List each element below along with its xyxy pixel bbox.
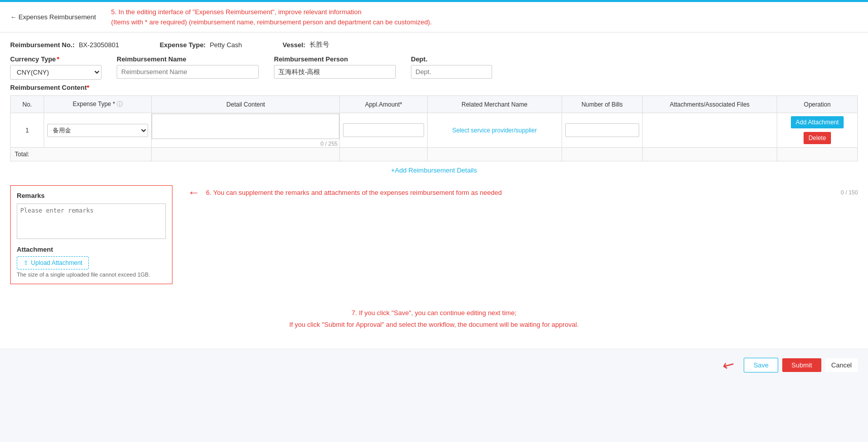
currency-type-group: Currency Type CNY(CNY) (10, 55, 101, 80)
reimbursement-person-input[interactable] (274, 65, 396, 79)
col-merchant-name: Related Merchant Name (427, 96, 562, 113)
detail-content-textarea[interactable] (152, 114, 339, 139)
annotation6-text: 6. You can supplement the remarks and at… (206, 189, 502, 196)
save-button[interactable]: Save (744, 358, 778, 372)
cell-appl-amount (340, 113, 427, 148)
total-empty-3 (562, 148, 642, 161)
arrow-down-right-icon: ↘ (720, 355, 738, 375)
reimbursement-table: No. Expense Type * ⓘ Detail Content Appl… (10, 95, 858, 161)
dept-label: Dept. (411, 55, 492, 63)
dept-input[interactable] (411, 65, 492, 79)
total-label-cell: Total: (11, 148, 152, 161)
reimbursement-no-label: Reimbursement No.: (10, 41, 75, 49)
col-detail-content: Detail Content (152, 96, 340, 113)
remarks-section: Remarks Attachment ⇧ Upload Attachment T… (10, 185, 172, 284)
cell-operation: Add Attachment Delete (777, 113, 857, 148)
col-expense-type: Expense Type * ⓘ (44, 96, 152, 113)
cancel-button[interactable]: Cancel (825, 358, 858, 372)
content-section-title: Reimbursement Content* (10, 84, 858, 91)
reimbursement-name-label: Reimbursement Name (117, 55, 259, 63)
detail-char-count: 0 / 255 (152, 141, 339, 147)
expense-type-row-select[interactable]: 备用金 (47, 124, 148, 137)
table-total-row: Total: (11, 148, 858, 161)
total-amount-cell (340, 148, 427, 161)
remarks-textarea[interactable] (17, 203, 166, 239)
reimbursement-content-section: Reimbursement Content* No. Expense Type … (10, 84, 858, 179)
cell-expense-type: 备用金 (44, 113, 152, 148)
total-empty-1 (152, 148, 340, 161)
table-row: 1 备用金 0 / 255 Select service prov (11, 113, 858, 148)
attachment-title: Attachment (17, 246, 166, 253)
total-empty-4 (642, 148, 777, 161)
cell-attachments (642, 113, 777, 148)
annotation7-line2: If you click "Submit for Approval" and s… (10, 319, 858, 330)
remarks-char-count: 0 / 150 (841, 189, 858, 195)
arrow-left-icon: ← (188, 185, 200, 199)
header-instruction: 5. In the editing interface of "Expenses… (111, 7, 432, 27)
col-no: No. (11, 96, 44, 113)
cell-merchant-name: Select service provider/supplier (427, 113, 562, 148)
col-attachments: Attachments/Associated Files (642, 96, 777, 113)
add-attachment-button[interactable]: Add Attachment (791, 116, 844, 128)
delete-row-button[interactable]: Delete (804, 132, 831, 144)
dept-group: Dept. (411, 55, 492, 79)
reimbursement-name-input[interactable] (117, 65, 259, 79)
annotation7-line1: 7. If you click "Save", you can continue… (10, 307, 858, 319)
form-row-1: Reimbursement No.: BX-23050801 Expense T… (10, 40, 858, 49)
reimbursement-no-field: Reimbursement No.: BX-23050801 (10, 41, 119, 49)
add-reimbursement-details-link[interactable]: +Add Reimbursement Details (10, 161, 858, 179)
attachment-section: Attachment ⇧ Upload Attachment The size … (17, 246, 166, 278)
col-appl-amount: Appl.Amount* (340, 96, 427, 113)
form-row-2: Currency Type CNY(CNY) Reimbursement Nam… (10, 55, 858, 80)
upload-hint: The size of a single uploaded file canno… (17, 271, 166, 278)
vessel-label: Vessel: (283, 41, 305, 49)
expense-type-label: Expense Type: (160, 41, 206, 49)
bottom-section: Remarks Attachment ⇧ Upload Attachment T… (10, 185, 858, 292)
instruction-line2: (Items with * are required) (reimburseme… (111, 17, 432, 27)
annotation6-container: ← 6. You can supplement the remarks and … (188, 185, 858, 199)
expense-type-value: Petty Cash (210, 41, 242, 49)
total-empty-2 (427, 148, 562, 161)
cell-num-bills (562, 113, 642, 148)
reimbursement-person-label: Reimbursement Person (274, 55, 396, 63)
col-num-bills: Number of Bills (562, 96, 642, 113)
upload-icon: ⇧ (23, 259, 28, 266)
expense-type-field: Expense Type: Petty Cash (160, 41, 242, 49)
form-content: Reimbursement No.: BX-23050801 Expense T… (0, 32, 868, 349)
upload-label: Upload Attachment (31, 259, 82, 266)
currency-type-label: Currency Type (10, 55, 101, 63)
instruction-line1: 5. In the editing interface of "Expenses… (111, 7, 432, 17)
footer: ↘ Save Submit Cancel (0, 349, 868, 381)
vessel-value: 长胜号 (309, 40, 329, 49)
expense-type-help-icon[interactable]: ⓘ (117, 100, 123, 108)
num-bills-input[interactable] (565, 123, 639, 137)
vessel-field: Vessel: 长胜号 (283, 40, 329, 49)
upload-attachment-button[interactable]: ⇧ Upload Attachment (17, 256, 89, 269)
back-label: ← Expenses Reimbursement (10, 13, 96, 21)
select-merchant-link[interactable]: Select service provider/supplier (452, 127, 537, 134)
submit-button[interactable]: Submit (782, 358, 821, 372)
appl-amount-input[interactable] (343, 123, 424, 137)
header: ← Expenses Reimbursement 5. In the editi… (0, 2, 868, 32)
reimbursement-person-group: Reimbursement Person (274, 55, 396, 79)
back-link[interactable]: ← Expenses Reimbursement (10, 13, 96, 21)
total-empty-5 (777, 148, 857, 161)
col-operation: Operation (777, 96, 857, 113)
table-header-row: No. Expense Type * ⓘ Detail Content Appl… (11, 96, 858, 113)
annotation7: 7. If you click "Save", you can continue… (10, 307, 858, 331)
remarks-title: Remarks (17, 192, 166, 199)
cell-detail-content: 0 / 255 (152, 113, 340, 148)
cell-no: 1 (11, 113, 44, 148)
reimbursement-no-value: BX-23050801 (79, 41, 119, 49)
reimbursement-name-group: Reimbursement Name (117, 55, 259, 79)
currency-type-select[interactable]: CNY(CNY) (10, 65, 101, 80)
